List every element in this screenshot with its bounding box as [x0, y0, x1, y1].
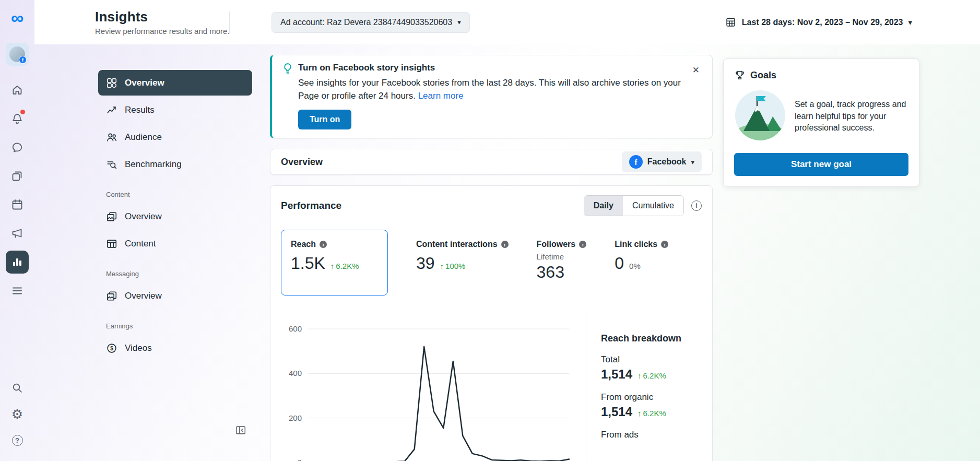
- info-icon[interactable]: i: [320, 241, 327, 248]
- home-icon[interactable]: [6, 78, 29, 101]
- top-bar: Insights Review performance results and …: [34, 0, 980, 44]
- metric-label: Link clicks: [615, 240, 657, 249]
- collapse-sidebar-icon[interactable]: [235, 424, 246, 438]
- sidebar-section-messaging: Messaging: [106, 270, 252, 278]
- performance-header: Performance Daily Cumulative i: [281, 195, 702, 216]
- facebook-channel-dropdown[interactable]: f Facebook ▾: [622, 151, 702, 172]
- learn-more-link[interactable]: Learn more: [418, 91, 464, 101]
- meta-logo-icon[interactable]: ∞: [11, 6, 23, 29]
- header-divider: [229, 11, 230, 33]
- breakdown-value: 1,514: [601, 405, 632, 419]
- all-tools-icon[interactable]: [6, 279, 29, 302]
- photos-icon: [106, 211, 117, 222]
- search-icon[interactable]: [6, 376, 29, 399]
- sidebar-item-label: Videos: [125, 343, 152, 353]
- metric-card-link-clicks[interactable]: Link clicks i 0 0%: [615, 230, 668, 273]
- goals-header: Goals: [734, 69, 908, 81]
- breakdown-title: Reach breakdown: [601, 333, 702, 344]
- sidebar-item-label: Audience: [125, 132, 162, 143]
- main-content: ✕ Turn on Facebook story insights See in…: [270, 44, 713, 461]
- up-arrow-icon: ↑: [637, 371, 642, 380]
- rail-bottom-group: ⚙ ?: [6, 376, 29, 455]
- sidebar-item-results[interactable]: Results: [98, 97, 252, 123]
- start-new-goal-button[interactable]: Start new goal: [734, 153, 908, 176]
- up-arrow-icon: ↑: [440, 262, 444, 270]
- sidebar-item-messaging-overview[interactable]: Overview: [98, 283, 252, 309]
- sidebar-item-label: Overview: [125, 291, 162, 301]
- content-icon[interactable]: [6, 164, 29, 187]
- close-icon[interactable]: ✕: [690, 63, 702, 78]
- insights-sidebar: Overview Results Audience: [34, 44, 270, 461]
- banner-body: See insights for your Facebook stories f…: [298, 77, 683, 102]
- breakdown-row-label: From ads: [601, 430, 702, 440]
- metric-change: ↑100%: [440, 262, 466, 270]
- breakdown-change: ↑6.2K%: [637, 409, 666, 418]
- sidebar-item-videos[interactable]: $ Videos: [98, 335, 252, 361]
- metric-card-reach[interactable]: Reach i 1.5K ↑6.2K%: [281, 230, 388, 295]
- info-icon[interactable]: i: [691, 200, 702, 211]
- ads-icon[interactable]: [6, 222, 29, 245]
- tab-cumulative[interactable]: Cumulative: [623, 196, 683, 216]
- turn-on-button[interactable]: Turn on: [298, 110, 351, 129]
- calendar-grid-icon: [725, 17, 737, 28]
- audience-icon: [106, 132, 117, 143]
- metric-label: Followers: [537, 240, 576, 249]
- banner-title: Turn on Facebook story insights: [298, 63, 683, 73]
- facebook-icon: f: [629, 155, 643, 169]
- metric-sublabel: Lifetime: [537, 252, 587, 261]
- metric-value: 1.5K: [291, 253, 325, 273]
- goals-illustration: [734, 89, 786, 144]
- help-icon[interactable]: ?: [6, 429, 29, 452]
- channel-label: Facebook: [647, 157, 687, 167]
- info-icon[interactable]: i: [501, 241, 509, 248]
- dollar-circle-icon: $: [106, 342, 117, 354]
- svg-text:0: 0: [298, 458, 302, 461]
- goals-title: Goals: [750, 70, 776, 81]
- breakdown-change: ↑6.2K%: [637, 371, 666, 380]
- sidebar-item-content[interactable]: Content: [98, 231, 252, 256]
- caret-down-icon: ▾: [691, 159, 694, 166]
- page-subtitle: Review performance results and more.: [95, 27, 219, 36]
- reach-breakdown: Reach breakdown Total 1,514 ↑6.2K% From …: [586, 308, 702, 461]
- sidebar-item-audience[interactable]: Audience: [98, 124, 252, 150]
- caret-down-icon: ▾: [457, 19, 461, 26]
- results-icon: [106, 104, 117, 116]
- up-arrow-icon: ↑: [330, 262, 335, 270]
- right-column: Insights Review performance results and …: [34, 0, 980, 461]
- goals-body: Set a goal, track progress and learn hel…: [734, 89, 908, 144]
- metric-value: 363: [537, 262, 564, 282]
- settings-icon[interactable]: ⚙: [6, 403, 29, 425]
- planner-icon[interactable]: [6, 193, 29, 216]
- goals-text: Set a goal, track progress and learn hel…: [795, 99, 908, 134]
- date-range-picker[interactable]: Last 28 days: Nov 2, 2023 – Nov 29, 2023…: [725, 17, 912, 28]
- notifications-icon[interactable]: [6, 107, 29, 130]
- business-avatar[interactable]: f: [6, 43, 29, 66]
- sidebar-item-content-overview[interactable]: Overview: [98, 204, 252, 229]
- breakdown-row-label: Total: [601, 354, 702, 365]
- breakdown-row-label: From organic: [601, 392, 702, 403]
- info-icon[interactable]: i: [661, 241, 668, 248]
- page-title: Insights: [95, 9, 219, 25]
- sidebar-item-label: Results: [125, 105, 155, 115]
- svg-text:$: $: [110, 345, 113, 351]
- overview-card: Overview f Facebook ▾: [270, 149, 713, 175]
- performance-card: Performance Daily Cumulative i Reach i: [270, 185, 713, 461]
- svg-text:600: 600: [289, 324, 302, 333]
- content-row: Overview Results Audience: [34, 44, 980, 461]
- sidebar-item-overview[interactable]: Overview: [98, 70, 252, 96]
- daily-cumulative-toggle: Daily Cumulative: [584, 195, 684, 216]
- overview-title: Overview: [281, 157, 323, 168]
- info-icon[interactable]: i: [579, 241, 586, 248]
- metric-card-content-interactions[interactable]: Content interactions i 39 ↑100%: [416, 230, 509, 273]
- sidebar-item-benchmarking[interactable]: Benchmarking: [98, 151, 252, 177]
- ad-account-dropdown[interactable]: Ad account: Raz Devera 23847449033520603…: [271, 12, 470, 33]
- insights-icon[interactable]: [6, 251, 29, 274]
- benchmarking-icon: [106, 159, 117, 170]
- messages-icon[interactable]: [6, 136, 29, 159]
- tab-daily[interactable]: Daily: [584, 196, 623, 216]
- metric-value: 39: [416, 253, 435, 273]
- performance-title: Performance: [281, 200, 341, 211]
- facebook-badge-icon: f: [19, 56, 27, 64]
- overview-icon: [106, 77, 117, 89]
- metric-card-followers[interactable]: Followers i Lifetime 363: [537, 230, 587, 282]
